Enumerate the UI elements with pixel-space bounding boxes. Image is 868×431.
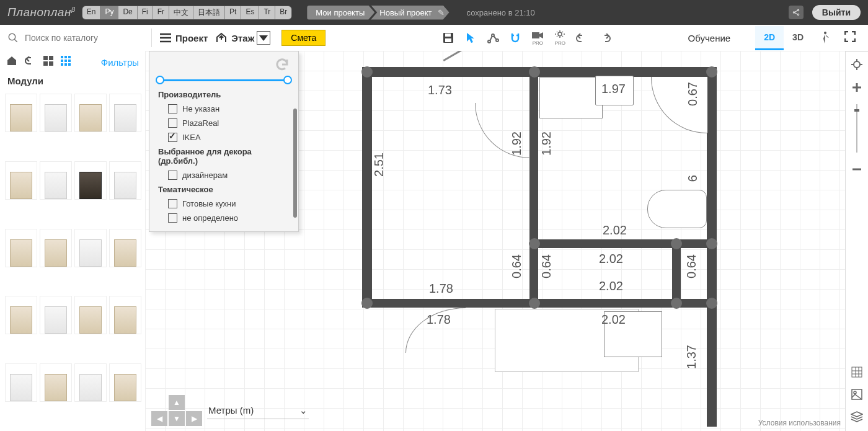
- module-thumb[interactable]: [5, 229, 37, 267]
- target-icon[interactable]: [851, 58, 863, 73]
- lang-Tr[interactable]: Tr: [259, 6, 275, 19]
- catalog-search[interactable]: [7, 32, 148, 43]
- share-icon[interactable]: [789, 6, 804, 19]
- lang-Br[interactable]: Br: [275, 6, 291, 19]
- filters-link[interactable]: Фильтры: [101, 57, 139, 68]
- pointer-tool-icon[interactable]: [462, 29, 479, 47]
- breadcrumb-root[interactable]: Мои проекты: [307, 6, 374, 20]
- module-thumb[interactable]: [74, 363, 107, 402]
- floor-menu[interactable]: Этаж: [215, 31, 270, 45]
- lang-Es[interactable]: Es: [241, 6, 259, 19]
- camera-pro-icon[interactable]: PRO: [529, 29, 546, 47]
- floor-dropdown-icon[interactable]: [257, 31, 270, 45]
- magnet-snap-icon[interactable]: [507, 29, 524, 47]
- module-thumb[interactable]: [5, 363, 37, 402]
- undo-icon[interactable]: [574, 29, 591, 47]
- zoom-in-icon[interactable]: [851, 82, 862, 96]
- module-thumb[interactable]: [109, 161, 141, 200]
- module-thumb[interactable]: [109, 94, 141, 132]
- lang-Fi[interactable]: Fi: [138, 6, 153, 19]
- reload-icon[interactable]: [275, 57, 290, 74]
- terms-link[interactable]: Условия использования: [758, 419, 841, 427]
- filter-option[interactable]: дизайнерам: [149, 168, 298, 182]
- estimate-button[interactable]: Смета: [281, 30, 326, 46]
- filter-option[interactable]: Готовые кухни: [149, 197, 298, 211]
- pan-right[interactable]: ▶: [186, 411, 202, 426]
- polyline-tool-icon[interactable]: [484, 29, 502, 47]
- zoom-out-icon[interactable]: [851, 164, 862, 177]
- module-thumb[interactable]: [74, 161, 107, 200]
- pan-up[interactable]: ▲: [169, 395, 185, 410]
- svg-rect-23: [61, 63, 63, 66]
- checkbox-icon: [168, 171, 177, 180]
- dim-label: 0.64: [539, 254, 554, 278]
- module-thumb[interactable]: [40, 363, 72, 402]
- module-thumb[interactable]: [5, 161, 37, 200]
- save-icon[interactable]: [440, 29, 457, 47]
- module-thumb[interactable]: [109, 296, 141, 334]
- module-thumb[interactable]: [40, 296, 72, 334]
- pan-left[interactable]: ◀: [151, 411, 167, 426]
- catalog-sidebar: Фильтры Модули: [0, 51, 146, 431]
- pan-down[interactable]: ▼: [169, 411, 185, 426]
- lang-中文[interactable]: 中文: [169, 6, 193, 19]
- filter-option-label: Готовые кухни: [182, 199, 236, 208]
- svg-point-0: [793, 12, 794, 13]
- dim-label: 0.64: [684, 254, 699, 278]
- lang-De[interactable]: De: [118, 6, 137, 19]
- furniture-rect[interactable]: [539, 77, 603, 118]
- grid-large-icon[interactable]: [43, 56, 53, 68]
- training-link[interactable]: Обучение: [688, 33, 731, 43]
- svg-rect-28: [854, 109, 859, 112]
- dim-label: 2.02: [601, 313, 626, 327]
- grid-small-icon[interactable]: [61, 56, 71, 68]
- module-thumb[interactable]: [40, 161, 72, 200]
- module-thumb[interactable]: [74, 296, 107, 334]
- module-thumb[interactable]: [5, 296, 37, 334]
- project-menu[interactable]: Проект: [159, 33, 208, 43]
- exit-button[interactable]: Выйти: [812, 5, 861, 20]
- tab-3d[interactable]: 3D: [784, 26, 812, 50]
- svg-point-11: [558, 32, 562, 36]
- floorplan[interactable]: 1.73 1.97 0.67 2.51 1.92 1.92 2.02 6 1.7…: [362, 60, 722, 419]
- breadcrumb-current[interactable]: Новый проект✎: [371, 6, 449, 20]
- lang-日本語[interactable]: 日本語: [193, 6, 225, 19]
- fullscreen-icon[interactable]: [844, 31, 858, 45]
- lang-Ру[interactable]: Ру: [100, 6, 118, 19]
- svg-point-1: [797, 9, 799, 11]
- furniture-toilet[interactable]: [647, 190, 707, 228]
- layers-icon[interactable]: [851, 411, 863, 425]
- filter-scrollbar[interactable]: [293, 109, 297, 218]
- filter-option[interactable]: Не указан: [149, 102, 298, 116]
- module-thumb[interactable]: [74, 94, 107, 132]
- filter-slider[interactable]: [158, 79, 290, 81]
- lang-Fr[interactable]: Fr: [153, 6, 169, 19]
- filter-option[interactable]: не определено: [149, 211, 298, 225]
- filter-option[interactable]: IKEA: [149, 130, 298, 144]
- svg-rect-29: [852, 367, 862, 377]
- lang-Pt[interactable]: Pt: [225, 6, 241, 19]
- filter-option[interactable]: PlazaReal: [149, 116, 298, 130]
- module-thumb[interactable]: [109, 229, 141, 267]
- tab-2d[interactable]: 2D: [755, 26, 784, 50]
- module-thumb[interactable]: [40, 229, 72, 267]
- grid-toggle-icon[interactable]: [851, 367, 862, 380]
- pencil-icon[interactable]: ✎: [438, 8, 445, 17]
- lang-En[interactable]: En: [82, 6, 101, 19]
- zoom-slider[interactable]: [854, 104, 859, 155]
- module-thumb[interactable]: [74, 229, 107, 267]
- search-input[interactable]: [24, 32, 131, 43]
- module-thumb[interactable]: [40, 94, 72, 132]
- image-export-icon[interactable]: [851, 389, 862, 402]
- redo-icon[interactable]: [596, 29, 613, 47]
- module-thumb[interactable]: [5, 94, 37, 132]
- back-icon[interactable]: [25, 56, 36, 68]
- light-pro-icon[interactable]: PRO: [551, 29, 569, 47]
- home-icon[interactable]: [6, 56, 17, 68]
- unit-select[interactable]: Метры (m)⌄: [207, 402, 309, 419]
- checkbox-icon: [168, 118, 177, 128]
- svg-rect-20: [61, 60, 63, 62]
- language-switcher[interactable]: EnРуDeFiFr中文日本語PtEsTrBr: [82, 6, 293, 20]
- module-thumb[interactable]: [109, 363, 141, 402]
- walk-view-icon[interactable]: [817, 30, 832, 45]
